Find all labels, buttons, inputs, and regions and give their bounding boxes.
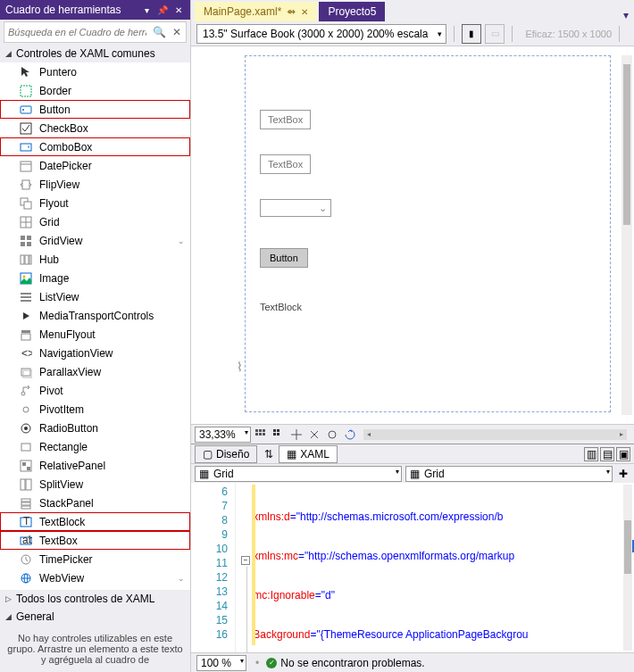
toolbox-search[interactable]: 🔍 ✕ bbox=[4, 21, 187, 43]
svg-rect-42 bbox=[21, 506, 30, 509]
designer-surface[interactable]: TextBox TextBox ⌄ Button TextBlock ⌇ bbox=[191, 46, 634, 424]
snap-grid-icon[interactable] bbox=[271, 427, 287, 443]
tab-mainpage[interactable]: MainPage.xaml* ⇴ ✕ bbox=[195, 2, 317, 21]
search-icon[interactable]: 🔍 bbox=[150, 26, 168, 38]
toolbox-item-splitview[interactable]: SplitView bbox=[0, 475, 190, 494]
toolbox-item-button[interactable]: Button bbox=[0, 100, 190, 119]
canvas-textblock[interactable]: TextBlock bbox=[260, 302, 302, 312]
toolbox-item-border[interactable]: Border bbox=[0, 81, 190, 100]
toolbox-item-webview[interactable]: WebView⌄ bbox=[0, 568, 190, 587]
toolbox-item-timepicker[interactable]: TimePicker bbox=[0, 550, 190, 568]
effects-icon[interactable] bbox=[306, 427, 322, 443]
pin-icon[interactable]: 📌 bbox=[156, 5, 169, 15]
swap-panes-icon[interactable]: ⇅ bbox=[264, 448, 273, 460]
toolbox-group-all[interactable]: ▷ Todos los controles de XAML bbox=[0, 590, 190, 608]
svg-rect-15 bbox=[21, 242, 25, 246]
grid-scope-icon: ▦ bbox=[199, 468, 210, 477]
close-icon[interactable]: ✕ bbox=[172, 5, 185, 15]
toolbox-item-listview[interactable]: ListView bbox=[0, 287, 190, 306]
toolbox-item-label: Puntero bbox=[39, 66, 77, 79]
toolbox-item-stackpanel[interactable]: StackPanel bbox=[0, 494, 190, 512]
xaml-member-dropdown[interactable]: ▦Grid bbox=[405, 466, 613, 482]
tab-proyecto5[interactable]: Proyecto5 bbox=[319, 2, 385, 21]
grid-icon[interactable] bbox=[253, 427, 269, 443]
toolbox-item-pivot[interactable]: Pivot bbox=[0, 381, 190, 400]
toolbox-item-label: Grid bbox=[39, 216, 60, 228]
status-message: No se encontraron problemas. bbox=[280, 657, 424, 669]
svg-rect-36 bbox=[22, 462, 26, 466]
tab-pin-icon[interactable]: ⇴ bbox=[287, 5, 296, 18]
design-xaml-tabs: ▢ Diseño ⇅ ▦ XAML ▥ ▤ ▣ bbox=[191, 444, 634, 463]
orientation-landscape-button[interactable]: ▭ bbox=[485, 24, 505, 44]
canvas-textbox-1[interactable]: TextBox bbox=[260, 110, 311, 129]
toolbox-item-mediatransportcontrols[interactable]: MediaTransportControls bbox=[0, 306, 190, 325]
toolbox-group-common[interactable]: ◢ Controles de XAML comunes bbox=[0, 45, 190, 62]
refresh-icon[interactable] bbox=[342, 427, 358, 443]
toolbox-group-general[interactable]: ◢ General bbox=[0, 608, 190, 626]
svg-rect-58 bbox=[277, 429, 279, 432]
layout-vertical-icon[interactable]: ▤ bbox=[600, 447, 614, 461]
toolbox-item-rectangle[interactable]: Rectangle bbox=[0, 437, 190, 456]
media-icon bbox=[18, 309, 34, 323]
canvas-combobox[interactable]: ⌄ bbox=[260, 199, 331, 217]
toolbox-item-label: GridView bbox=[39, 235, 82, 247]
toolbox-item-textblock[interactable]: TTextBlock bbox=[0, 512, 190, 531]
toolbox-footer-text: No hay controles utilizables en este gru… bbox=[0, 626, 190, 672]
expand-handle-icon[interactable]: ⌇ bbox=[237, 360, 243, 374]
zoom-dropdown[interactable]: 33,33% bbox=[195, 427, 251, 443]
change-marker bbox=[252, 485, 255, 645]
svg-rect-5 bbox=[21, 162, 31, 171]
status-zoom-dropdown[interactable]: 100 % bbox=[196, 655, 246, 671]
xaml-scope-dropdown[interactable]: ▦Grid bbox=[195, 466, 402, 482]
device-dropdown[interactable]: 13.5" Surface Book (3000 x 2000) 200% es… bbox=[196, 24, 446, 44]
toolbox-item-radiobutton[interactable]: RadioButton bbox=[0, 419, 190, 437]
tab-xaml[interactable]: ▦ XAML bbox=[279, 445, 338, 463]
svg-point-31 bbox=[23, 407, 29, 412]
toolbox-item-label: Pivot bbox=[39, 385, 63, 397]
toolbox-item-textbox[interactable]: abTextBox bbox=[0, 531, 190, 550]
svg-rect-51 bbox=[255, 429, 258, 432]
toolbox-item-menuflyout[interactable]: MenuFlyout bbox=[0, 325, 190, 344]
designer-vscrollbar[interactable] bbox=[621, 55, 632, 415]
toolbox-item-checkbox[interactable]: CheckBox bbox=[0, 119, 190, 137]
svg-text:ab: ab bbox=[22, 535, 32, 546]
toolbox-item-combobox[interactable]: ComboBox bbox=[0, 137, 190, 156]
svg-rect-0 bbox=[21, 86, 31, 96]
designer-hscrollbar[interactable]: ◂▸ bbox=[363, 429, 627, 440]
toolbox-item-puntero[interactable]: Puntero bbox=[0, 62, 190, 81]
layout-horizontal-icon[interactable]: ▥ bbox=[584, 447, 598, 461]
orientation-portrait-button[interactable]: ▮ bbox=[462, 24, 481, 44]
toolbox-item-grid[interactable]: Grid bbox=[0, 212, 190, 231]
toolbox-item-relativepanel[interactable]: RelativePanel bbox=[0, 456, 190, 475]
toolbox-item-hub[interactable]: Hub bbox=[0, 250, 190, 269]
toolbox-item-navigationview[interactable]: <>NavigationView bbox=[0, 344, 190, 362]
settings-icon[interactable]: ✚ bbox=[616, 468, 630, 480]
dropdown-icon[interactable]: ▾ bbox=[140, 5, 153, 15]
clear-icon[interactable]: ✕ bbox=[168, 26, 186, 38]
svg-point-21 bbox=[23, 275, 26, 278]
svg-rect-3 bbox=[21, 123, 31, 134]
line-gutter: 678910111213141516 bbox=[191, 483, 236, 652]
design-canvas[interactable]: TextBox TextBox ⌄ Button TextBlock ⌇ bbox=[245, 55, 611, 412]
svg-rect-16 bbox=[27, 242, 31, 246]
tab-design[interactable]: ▢ Diseño bbox=[195, 445, 257, 463]
toolbox-item-parallaxview[interactable]: ParallaxView bbox=[0, 362, 190, 381]
code-editor[interactable]: 678910111213141516 − xmlns:d="http://sch… bbox=[191, 483, 634, 652]
toolbox-item-image[interactable]: Image bbox=[0, 269, 190, 287]
toolbox-item-pivotitem[interactable]: PivotItem bbox=[0, 400, 190, 419]
tab-close-icon[interactable]: ✕ bbox=[301, 7, 308, 17]
toolbox-item-flyout[interactable]: Flyout bbox=[0, 194, 190, 212]
toolbox-item-gridview[interactable]: GridView⌄ bbox=[0, 231, 190, 250]
canvas-textbox-2[interactable]: TextBox bbox=[260, 154, 311, 174]
tabstrip-overflow-icon[interactable]: ▾ bbox=[623, 9, 629, 21]
snaplines-icon[interactable] bbox=[288, 427, 304, 443]
outline-collapse-icon[interactable]: − bbox=[241, 556, 250, 565]
toolbox-search-input[interactable] bbox=[4, 27, 150, 37]
canvas-button[interactable]: Button bbox=[260, 248, 308, 268]
code-vscrollbar[interactable] bbox=[623, 485, 632, 651]
toolbox-item-datepicker[interactable]: DatePicker bbox=[0, 156, 190, 175]
code-content[interactable]: xmlns:d="http://schemas.microsoft.com/ex… bbox=[236, 483, 634, 652]
toolbox-item-flipview[interactable]: FlipView bbox=[0, 175, 190, 194]
toggle-icon[interactable] bbox=[324, 427, 340, 443]
layout-collapse-icon[interactable]: ▣ bbox=[616, 447, 630, 461]
